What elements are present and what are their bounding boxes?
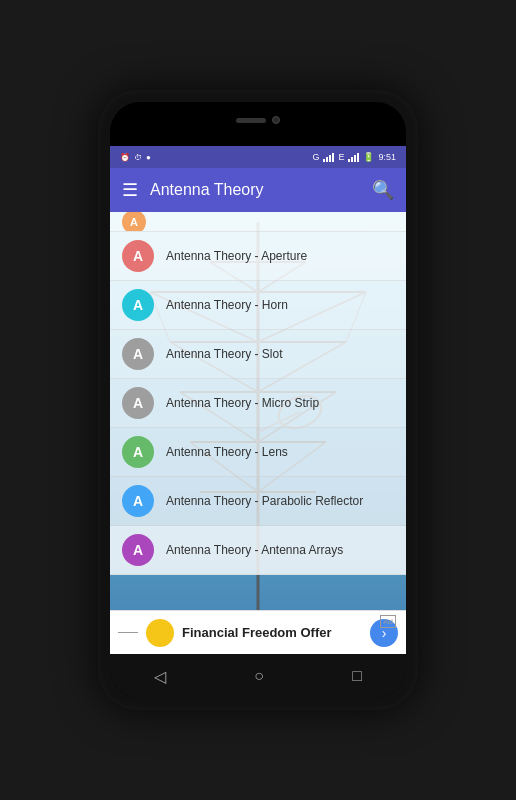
list-item[interactable]: A Antenna Theory - Slot — [110, 330, 406, 379]
list-item[interactable]: A Antenna Theory - Micro Strip — [110, 379, 406, 428]
signal-bar-3 — [329, 155, 331, 162]
status-left-icons: ⏰ ⏱ ● — [120, 153, 151, 162]
signal-bar-1 — [323, 159, 325, 162]
menu-list: A A Antenna Theory - Aperture A Antenna … — [110, 212, 406, 575]
signal-bar-2-1 — [348, 159, 350, 162]
signal-bars — [323, 152, 334, 162]
battery-icon: 🔋 — [363, 152, 374, 162]
screen-content: ⏰ ⏱ ● G E — [110, 146, 406, 654]
data-type: E — [338, 152, 344, 162]
avatar-partial: A — [122, 212, 146, 232]
signal-bar-2-4 — [357, 153, 359, 162]
time-display: 9:51 — [378, 152, 396, 162]
clock-icon: ⏱ — [134, 153, 142, 162]
camera — [272, 116, 280, 124]
list-item[interactable]: A Antenna Theory - Antenna Arrays — [110, 526, 406, 575]
avatar-arrays: A — [122, 534, 154, 566]
bottom-navigation: ◁ ○ □ — [110, 654, 406, 698]
signal-bar-2-3 — [354, 155, 356, 162]
avatar-slot: A — [122, 338, 154, 370]
list-item-partial: A — [110, 212, 406, 232]
signal-bar-4 — [332, 153, 334, 162]
item-label-horn: Antenna Theory - Horn — [166, 298, 288, 312]
ad-label: Ad — [380, 615, 396, 628]
phone-screen: ⏰ ⏱ ● G E — [110, 102, 406, 698]
network-type: G — [312, 152, 319, 162]
signal-bar-2-2 — [351, 157, 353, 162]
item-label-lens: Antenna Theory - Lens — [166, 445, 288, 459]
avatar-aperture: A — [122, 240, 154, 272]
status-bar: ⏰ ⏱ ● G E — [110, 146, 406, 168]
app-toolbar: ☰ Antenna Theory 🔍 — [110, 168, 406, 212]
ad-separator — [118, 632, 138, 633]
item-label-parabolic: Antenna Theory - Parabolic Reflector — [166, 494, 363, 508]
item-label-aperture: Antenna Theory - Aperture — [166, 249, 307, 263]
list-item[interactable]: A Antenna Theory - Parabolic Reflector — [110, 477, 406, 526]
alarm-icon: ⏰ — [120, 153, 130, 162]
signal-bar-2 — [326, 157, 328, 162]
ad-banner: Financial Freedom Offer › Ad — [110, 610, 406, 654]
avatar-horn: A — [122, 289, 154, 321]
list-item[interactable]: A Antenna Theory - Lens — [110, 428, 406, 477]
recent-apps-button[interactable]: □ — [352, 667, 362, 685]
app-title: Antenna Theory — [150, 181, 372, 199]
search-icon[interactable]: 🔍 — [372, 179, 394, 201]
speaker — [236, 118, 266, 123]
avatar-microstrip: A — [122, 387, 154, 419]
list-item[interactable]: A Antenna Theory - Aperture — [110, 232, 406, 281]
hamburger-menu-icon[interactable]: ☰ — [122, 179, 138, 201]
item-label-microstrip: Antenna Theory - Micro Strip — [166, 396, 319, 410]
ad-text: Financial Freedom Offer — [182, 625, 370, 640]
list-item[interactable]: A Antenna Theory - Horn — [110, 281, 406, 330]
item-label-arrays: Antenna Theory - Antenna Arrays — [166, 543, 343, 557]
avatar-lens: A — [122, 436, 154, 468]
avatar-parabolic: A — [122, 485, 154, 517]
back-button[interactable]: ◁ — [154, 667, 166, 686]
item-label-slot: Antenna Theory - Slot — [166, 347, 283, 361]
list-area: A A Antenna Theory - Aperture A Antenna … — [110, 212, 406, 610]
phone-device: ⏰ ⏱ ● G E — [98, 90, 418, 710]
ad-brand-icon — [146, 619, 174, 647]
home-button[interactable]: ○ — [254, 667, 264, 685]
status-right-info: G E 🔋 9:51 — [312, 152, 396, 162]
signal-bars-2 — [348, 152, 359, 162]
phone-top-hardware — [236, 116, 280, 124]
bullet-icon: ● — [146, 153, 151, 162]
